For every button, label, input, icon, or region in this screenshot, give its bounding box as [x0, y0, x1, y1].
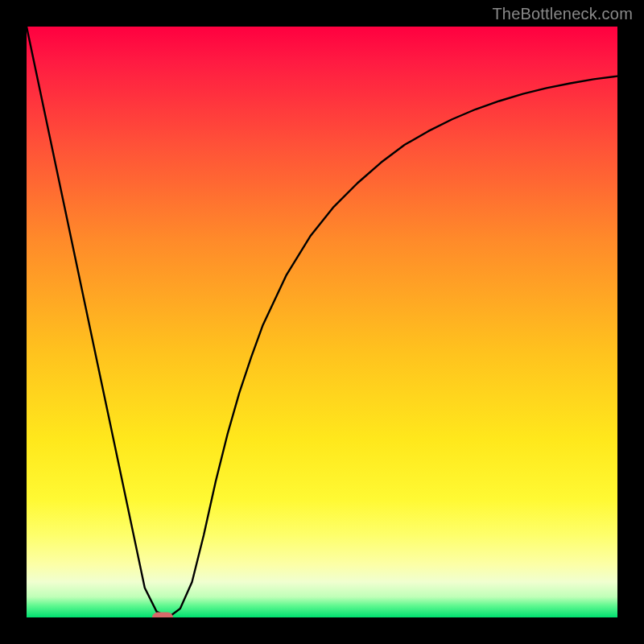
plot-area: [27, 27, 617, 617]
watermark-text: TheBottleneck.com: [492, 5, 633, 23]
bottleneck-curve: [27, 27, 617, 617]
chart-frame: TheBottleneck.com: [0, 0, 644, 644]
bottleneck-marker: [152, 613, 173, 618]
